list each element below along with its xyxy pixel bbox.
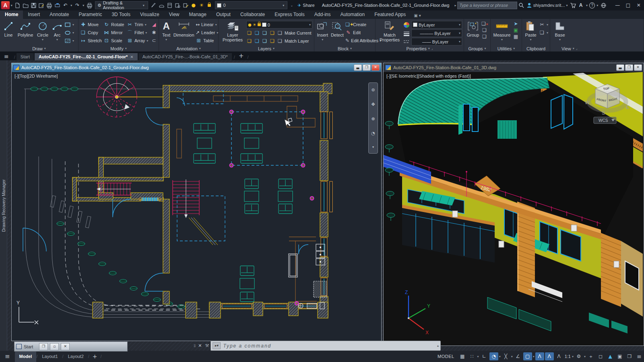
lineweight-dropdown[interactable]: ——— ByLayer▾ (411, 29, 462, 37)
clipboard-panel-label[interactable]: Clipboard (522, 45, 550, 51)
properties-panel-launcher[interactable]: ⌟ (431, 47, 433, 50)
linetype-dropdown[interactable]: —— ByLayer▾ (411, 38, 462, 45)
annotation-autoscale-toggle[interactable]: Λ (545, 352, 554, 360)
table-button[interactable]: ⊞Table (196, 37, 217, 44)
undo-button[interactable]: ↶ (62, 2, 69, 9)
viewport-controls-2d[interactable]: [-][Top][2D Wireframe] (14, 74, 58, 78)
rectangle-tool-button[interactable]: ▾ (64, 21, 74, 28)
array-button[interactable]: ⊞Array▾ (127, 37, 150, 44)
window-3d[interactable]: AutoCAD-FY25_Fire-Station-Book-Cafe_01_3… (383, 63, 644, 346)
qat-overflow-caret[interactable]: ⌄ (290, 4, 293, 7)
pan-icon[interactable]: ✥ (371, 102, 375, 107)
tab-add-ins[interactable]: Add-ins (310, 10, 336, 19)
make-current-button[interactable]: ❏Make Current (277, 29, 312, 37)
object-snap-tracking-toggle[interactable]: ∠ (514, 352, 522, 360)
osnap-caret[interactable]: ▾ (533, 355, 535, 358)
ungroup-button[interactable]: ❏✕ (481, 21, 487, 27)
clean-screen-button[interactable]: ❒ (625, 352, 634, 360)
fillet-button[interactable]: ⌒Fillet▾ (127, 29, 150, 36)
gear-caret[interactable]: ▾ (584, 355, 586, 358)
base-button[interactable]: Base▾ (552, 20, 568, 41)
trim-button[interactable]: ✂Trim▾ (127, 21, 150, 28)
layout1-tab[interactable]: Layout1 (37, 351, 62, 362)
layer-isolate-tool[interactable]: ❏ (254, 30, 260, 36)
model-3d-drawing[interactable]: 1982 (384, 72, 643, 346)
layer-unlock-icon[interactable] (206, 2, 213, 9)
layout2-tab[interactable]: Layout2 (64, 351, 88, 362)
palette-icon[interactable] (166, 2, 173, 9)
plot-icon[interactable] (46, 2, 53, 9)
user-menu-caret[interactable]: ▾ (566, 4, 568, 7)
scale-button[interactable]: ⊡Scale (103, 37, 126, 44)
dimension-button[interactable]: Dimension (173, 20, 194, 37)
file-tab-ground-floor[interactable]: AutoCAD-FY25_Fire-...02-1_Ground-Floor*✕ (35, 53, 138, 60)
offset-button[interactable]: ⊂ (151, 37, 157, 44)
polyline-button[interactable]: Polyline (17, 20, 34, 37)
edit-block-button[interactable]: ✎Edit (345, 29, 374, 36)
grid-toggle[interactable]: ▦ (458, 352, 467, 360)
view-panel-launcher[interactable]: ⌟ (576, 47, 578, 50)
model-3d-canvas[interactable]: [-][SE Isometric][Shaded with edges (Fas… (384, 72, 644, 346)
mirror-button[interactable]: ⋈Mirror (103, 29, 126, 36)
redo-button[interactable]: ↷ (74, 2, 81, 9)
layer-off-tool[interactable]: ❏ (246, 30, 252, 36)
ellipse-tool-button[interactable]: ▾ (64, 29, 74, 36)
tab-output[interactable]: Output (211, 10, 235, 19)
viewport-controls-3d[interactable]: [-][SE Isometric][Shaded with edges (Fas… (386, 74, 471, 78)
command-scroll-up-icon[interactable]: ▴ (437, 344, 439, 348)
tab-parametric[interactable]: Parametric (74, 10, 107, 19)
tab-automation[interactable]: Automation (335, 10, 369, 19)
group-select-toggle[interactable]: ❏ (481, 34, 487, 39)
edit-attributes-button[interactable]: ✎Edit Attributes▾ (345, 37, 374, 44)
quick-calculator-button[interactable]: ▦ (513, 34, 519, 39)
command-input-bar[interactable]: ▸▾ ▴ (211, 341, 441, 351)
stretch-button[interactable]: ↦Stretch (80, 37, 102, 44)
layer-properties-button[interactable]: Layer Properties (220, 20, 245, 42)
workspace-gear-toggle[interactable]: ⚙ (574, 352, 583, 360)
tab-express-tools[interactable]: Express Tools (270, 10, 309, 19)
child-restore-button[interactable]: ❐ (363, 64, 371, 71)
command-close-icon[interactable]: ✕ (198, 343, 202, 348)
sheetset-icon[interactable] (158, 2, 165, 9)
erase-button[interactable]: ◢ (151, 21, 157, 28)
group-button[interactable]: Group (466, 20, 480, 37)
nav-wheel-icon[interactable]: ⊚ (371, 87, 375, 93)
layer-sun-icon[interactable]: ☀ (253, 23, 256, 27)
help-caret[interactable]: ▾ (597, 4, 598, 7)
autodesk-app-caret[interactable]: ▾ (586, 4, 588, 7)
open-file-icon[interactable] (22, 2, 29, 9)
new-layout-button[interactable]: + (93, 353, 97, 360)
linear-button[interactable]: ↔Linear▾ (196, 21, 217, 28)
isolate-objects-button[interactable]: ◻ (596, 352, 605, 360)
batch-plot-icon[interactable] (54, 2, 61, 9)
hardware-acceleration-icon[interactable]: ▲ (606, 352, 615, 360)
share-button[interactable]: ✈ Share (297, 3, 315, 8)
snap-toggle[interactable]: ∷ (468, 352, 477, 360)
logo-menu-caret[interactable]: ▾ (11, 4, 12, 7)
undo-caret[interactable]: ▾ (70, 4, 72, 7)
arc-button[interactable]: Arc▾ (51, 20, 63, 41)
zoom-icon[interactable]: ⊕ (371, 116, 375, 121)
tab-featured-apps[interactable]: Featured Apps (369, 10, 411, 19)
minimize-button[interactable]: — (612, 0, 623, 10)
search-icon[interactable] (518, 2, 525, 9)
close-button[interactable]: ✕ (634, 0, 644, 10)
object-snap-toggle[interactable]: ▢ (523, 352, 532, 360)
layer-edit-icon[interactable] (182, 2, 189, 9)
autocad-logo[interactable]: A (1, 1, 10, 9)
tab-annotate[interactable]: Annotate (45, 10, 74, 19)
layers-panel-label[interactable]: Layers▾ (219, 45, 314, 51)
status-customize-menu[interactable]: ≡ (635, 352, 644, 360)
copy-button[interactable]: ❏Copy (80, 29, 102, 36)
save-icon[interactable] (30, 2, 37, 9)
properties-panel-label[interactable]: Properties▾⌟ (376, 45, 464, 51)
command-input[interactable] (222, 343, 436, 349)
utilities-panel-label[interactable]: Utilities▾ (491, 45, 522, 51)
tab-insert[interactable]: Insert (23, 10, 45, 19)
drawing-utility-icon[interactable] (150, 2, 157, 9)
model-space-badge[interactable]: MODEL (438, 354, 454, 359)
layer-lock-tool[interactable]: ❏ (269, 30, 275, 36)
layer-on-tool[interactable]: ❏ (246, 38, 252, 44)
cut-button[interactable]: ✂▾ (539, 21, 548, 28)
command-grip[interactable]: ⁞⁞ (194, 343, 195, 348)
